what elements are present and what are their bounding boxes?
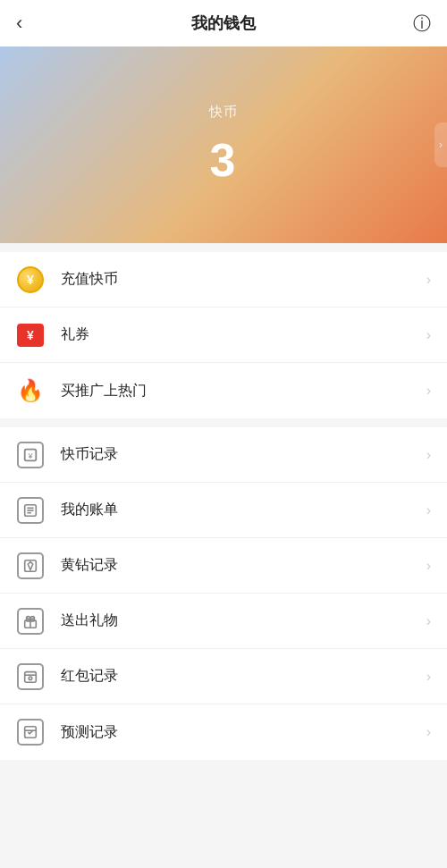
chevron-right-icon: › [426,613,431,629]
chevron-right-icon: › [426,558,431,574]
menu-item-account[interactable]: 我的账单 › [0,483,447,538]
chevron-right-icon: › [426,669,431,685]
banner-arrow-icon[interactable]: › [434,122,447,167]
menu-label-redpacket: 红包记录 [61,667,426,686]
coin-icon: ¥ [16,265,45,294]
back-button[interactable]: ‹ [16,12,43,35]
section-records: ¥ 快币记录 › 我的账单 › [0,427,447,760]
menu-label-browse-record: 预测记录 [61,723,426,742]
chevron-right-icon: › [426,502,431,518]
diamond-record-icon [16,552,45,580]
svg-text:¥: ¥ [27,451,33,459]
section-primary-actions: ¥ 充值快币 › ¥ 礼券 › 🔥 买推广上热门 › [0,252,447,418]
menu-item-send-gift[interactable]: 送出礼物 › [0,594,447,649]
menu-label-coin-record: 快币记录 [61,445,426,464]
menu-item-coin-record[interactable]: ¥ 快币记录 › [0,427,447,483]
chevron-right-icon: › [426,447,431,463]
banner-amount: 3 [210,133,238,187]
menu-item-promotion[interactable]: 🔥 买推广上热门 › [0,363,447,418]
menu-item-browse-record[interactable]: 预测记录 › [0,704,447,760]
banner-currency-label: 快币 [209,104,238,121]
menu-label-coupon: 礼券 [61,325,426,344]
svg-point-11 [29,677,32,680]
menu-label-diamond-record: 黄钻记录 [61,556,426,575]
giftcard-icon: ¥ [16,321,45,350]
chevron-right-icon: › [426,272,431,288]
coin-record-icon: ¥ [16,441,45,469]
menu-label-recharge: 充值快币 [61,270,426,289]
header: ‹ 我的钱包 ⓘ [0,0,447,46]
fire-icon: 🔥 [16,376,45,405]
menu-label-account: 我的账单 [61,501,426,519]
menu-label-promotion: 买推广上热门 [61,382,426,400]
account-icon [16,496,45,525]
browse-record-icon [16,718,45,746]
menu-label-send-gift: 送出礼物 [61,611,426,630]
menu-item-coupon[interactable]: ¥ 礼券 › [0,308,447,363]
chevron-right-icon: › [426,327,431,343]
info-button[interactable]: ⓘ [404,12,431,36]
chevron-right-icon: › [426,383,431,399]
page-title: 我的钱包 [191,13,256,34]
menu-item-redpacket[interactable]: 红包记录 › [0,649,447,704]
menu-item-recharge[interactable]: ¥ 充值快币 › [0,252,447,308]
wallet-banner: 快币 3 › [0,46,447,243]
send-gift-icon [16,607,45,636]
redpacket-icon [16,662,45,691]
chevron-right-icon: › [426,724,431,740]
menu-item-diamond-record[interactable]: 黄钻记录 › [0,538,447,594]
